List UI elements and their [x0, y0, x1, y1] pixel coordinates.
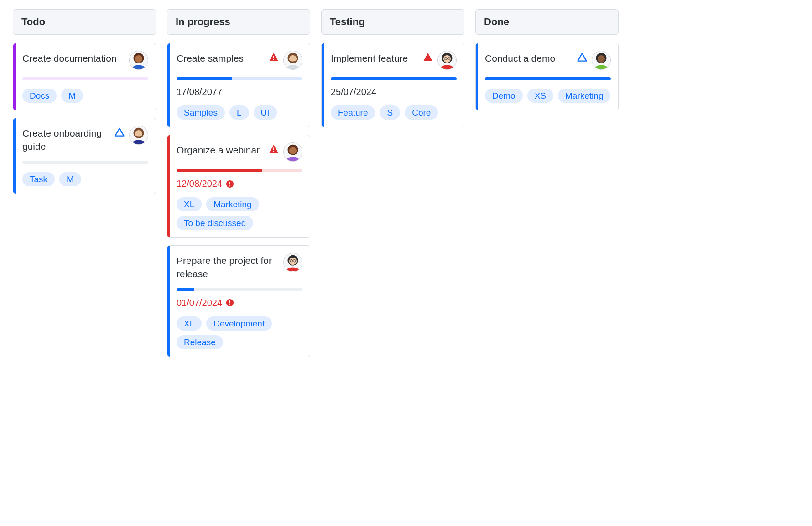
tag[interactable]: Development	[206, 316, 272, 331]
tag[interactable]: Core	[405, 105, 438, 120]
card-tags: TaskM	[22, 172, 148, 186]
priority-warning-icon	[269, 144, 279, 153]
card-tags: FeatureSCore	[331, 105, 457, 120]
kanban-card[interactable]: Prepare the project for release01/07/202…	[167, 245, 310, 357]
svg-point-11	[289, 147, 297, 154]
overdue-icon	[226, 299, 234, 307]
svg-rect-8	[273, 147, 274, 150]
progress-bar	[177, 77, 302, 80]
card-title: Conduct a demo	[485, 51, 573, 65]
tag[interactable]: XL	[177, 316, 202, 331]
due-date-text: 12/08/2024	[177, 179, 222, 189]
tag[interactable]: Release	[177, 335, 223, 349]
tag[interactable]: XS	[527, 89, 553, 103]
due-date-text: 25/07/2024	[331, 87, 376, 97]
card-tags: DemoXSMarketing	[485, 89, 611, 103]
card-title: Implement feature	[331, 51, 418, 65]
due-date-text: 01/07/2024	[177, 298, 222, 308]
kanban-card[interactable]: Create onboarding guideTaskM	[13, 118, 156, 194]
card-due-date: 25/07/2024	[331, 87, 457, 97]
card-stripe	[13, 43, 16, 110]
card-title: Prepare the project for release	[177, 253, 279, 281]
tag[interactable]: Demo	[485, 89, 523, 103]
tag[interactable]: Samples	[177, 105, 225, 120]
card-header: Implement feature	[331, 51, 457, 70]
tag[interactable]: S	[380, 105, 400, 120]
due-date-text: 17/08/2077	[177, 87, 222, 97]
overdue-icon	[226, 180, 234, 188]
progress-bar	[22, 77, 148, 80]
assignee-avatar[interactable]	[283, 142, 302, 162]
card-stripe	[167, 246, 170, 357]
assignee-avatar[interactable]	[283, 253, 302, 272]
kanban-card[interactable]: Organize a webinar12/08/2024XLMarketingT…	[167, 135, 310, 238]
card-title: Create onboarding guide	[22, 126, 110, 153]
column: TodoCreate documentationDocsMCreate onbo…	[13, 9, 156, 201]
kanban-card[interactable]: Create samples17/08/2077SamplesLUI	[167, 43, 310, 127]
card-stripe	[13, 118, 16, 194]
svg-rect-21	[229, 300, 230, 303]
progress-fill	[485, 77, 611, 80]
card-tags: XLMarketingTo be discussed	[177, 197, 302, 230]
progress-bar	[331, 77, 457, 80]
tag[interactable]: Task	[22, 172, 55, 186]
tag[interactable]: To be discussed	[177, 216, 253, 230]
tag[interactable]: L	[229, 105, 249, 120]
card-header: Create documentation	[22, 51, 148, 70]
assignee-avatar[interactable]	[437, 51, 457, 70]
kanban-card[interactable]: Create documentationDocsM	[13, 43, 156, 110]
tag[interactable]: Marketing	[206, 197, 259, 211]
progress-fill	[177, 288, 194, 291]
tag[interactable]: UI	[254, 105, 277, 120]
card-due-date: 17/08/2077	[177, 87, 302, 97]
column: TestingImplement feature25/07/2024Featur…	[321, 9, 464, 135]
column: In progressCreate samples17/08/2077Sampl…	[167, 9, 310, 364]
card-stripe	[167, 43, 170, 127]
card-header: Organize a webinar	[177, 142, 302, 162]
card-title: Create documentation	[22, 51, 125, 65]
svg-point-29	[598, 55, 605, 63]
kanban-card[interactable]: Conduct a demoDemoXSMarketing	[475, 43, 619, 110]
svg-point-1	[135, 55, 142, 63]
tag[interactable]: M	[59, 172, 81, 186]
progress-fill	[177, 169, 262, 172]
card-tags: DocsM	[22, 89, 148, 103]
tag[interactable]: Feature	[331, 105, 375, 120]
card-title: Create samples	[177, 51, 264, 65]
assignee-avatar[interactable]	[283, 51, 302, 70]
assignee-avatar[interactable]	[129, 51, 148, 70]
card-stripe	[476, 43, 478, 110]
card-due-date: 01/07/2024	[177, 298, 302, 308]
progress-bar	[177, 169, 302, 172]
column-header[interactable]: In progress	[167, 9, 310, 35]
card-stripe	[167, 135, 170, 237]
column-header[interactable]: Testing	[321, 9, 464, 35]
priority-high-icon	[423, 53, 433, 62]
column-header[interactable]: Done	[475, 9, 619, 35]
tag[interactable]: M	[61, 89, 83, 103]
priority-low-icon	[577, 53, 587, 62]
svg-rect-9	[273, 151, 274, 152]
svg-rect-14	[229, 185, 230, 186]
card-due-date: 12/08/2024	[177, 179, 302, 189]
progress-fill	[331, 77, 457, 80]
card-stripe	[322, 43, 324, 127]
tag[interactable]: XL	[177, 197, 202, 211]
column-header[interactable]: Todo	[13, 9, 156, 35]
kanban-board: TodoCreate documentationDocsMCreate onbo…	[13, 9, 799, 364]
svg-rect-22	[229, 304, 230, 305]
card-header: Create onboarding guide	[22, 126, 148, 153]
priority-warning-icon	[269, 53, 279, 62]
column: DoneConduct a demoDemoXSMarketing	[475, 9, 619, 118]
svg-rect-5	[273, 59, 274, 60]
progress-fill	[177, 77, 232, 80]
assignee-avatar[interactable]	[129, 126, 148, 145]
progress-bar	[177, 288, 302, 291]
assignee-avatar[interactable]	[592, 51, 611, 70]
tag[interactable]: Marketing	[558, 89, 610, 103]
kanban-card[interactable]: Implement feature25/07/2024FeatureSCore	[321, 43, 464, 127]
progress-bar	[485, 77, 611, 80]
card-title: Organize a webinar	[177, 142, 264, 157]
card-header: Prepare the project for release	[177, 253, 302, 281]
tag[interactable]: Docs	[22, 89, 57, 103]
